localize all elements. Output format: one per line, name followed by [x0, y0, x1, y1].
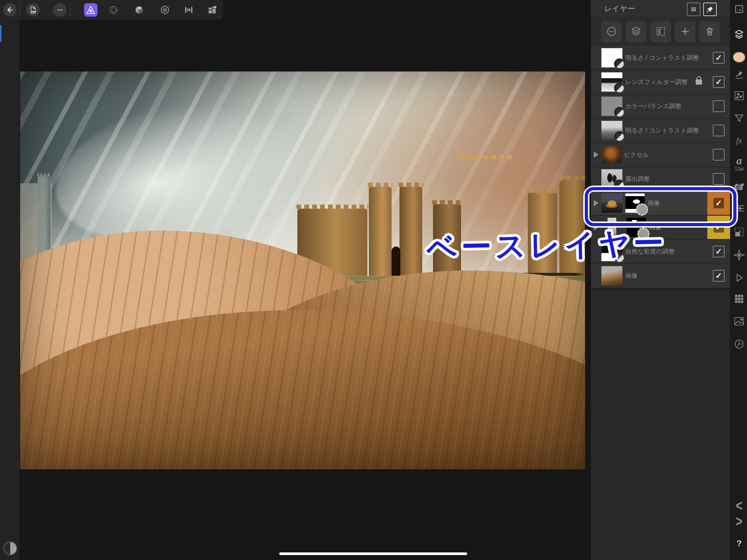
layer-thumbnail[interactable] [601, 72, 622, 92]
base-layer-annotation-text: ベースレイヤー [426, 223, 668, 269]
expand-triangle-icon[interactable] [594, 200, 598, 206]
brushes-studio-icon[interactable] [731, 68, 747, 82]
liquify-persona-button[interactable] [132, 3, 146, 17]
canvas-document[interactable] [20, 72, 585, 469]
layer-name: 画像 [625, 272, 707, 280]
left-tool-rail [0, 0, 20, 560]
visibility-checkbox: ✓ [713, 173, 724, 185]
tone-mapping-persona-button[interactable] [182, 3, 196, 17]
layer-thumbnail[interactable] [601, 194, 622, 213]
help-button[interactable]: ? [731, 536, 747, 551]
back-button[interactable] [3, 3, 17, 17]
adjustments-studio-icon[interactable] [731, 88, 747, 103]
photos-studio-icon[interactable] [731, 313, 747, 329]
selections-persona-button[interactable] [107, 3, 120, 17]
layers-panel-header: レイヤー [591, 0, 730, 17]
float-panel-icon[interactable] [731, 2, 747, 16]
layer-thumbnail[interactable] [601, 97, 622, 116]
ui-contrast-toggle[interactable] [3, 542, 17, 555]
visibility-checkbox: ✓ [713, 246, 724, 257]
layer-row-selected[interactable]: 画像 ✓ [591, 192, 730, 215]
history-studio-icon[interactable] [731, 336, 747, 352]
visibility-checkbox: ✓ [713, 76, 724, 88]
layer-thumbnail[interactable] [601, 266, 622, 285]
export-persona-button[interactable] [205, 3, 219, 17]
visibility-checkbox-zone[interactable]: ✓ [707, 264, 730, 287]
affinity-photo-app: A ベースレイヤー [0, 0, 747, 560]
layer-thumbnail[interactable] [601, 121, 622, 140]
layer-name: 明るさ / コントラスト調整 [625, 126, 707, 134]
home-indicator[interactable] [279, 553, 467, 555]
more-options-button[interactable] [53, 3, 67, 17]
toolbar-divider [70, 4, 71, 16]
mask-badge-icon [636, 203, 648, 215]
visibility-checkbox: ✓ [713, 149, 724, 160]
layer-thumbnail[interactable] [601, 48, 622, 68]
layer-name: 露出調整 [625, 175, 707, 183]
visibility-checkbox-zone[interactable]: ✓ [707, 240, 730, 263]
pin-panel-button[interactable] [703, 3, 717, 16]
layer-name: 明るさ / コントラスト調整 [625, 54, 707, 62]
photo-vignette [20, 72, 585, 469]
develop-persona-button[interactable] [158, 3, 172, 17]
layer-row[interactable]: レンズフィルター調整 ✓ [591, 70, 730, 94]
adjustment-badge-icon [614, 180, 625, 190]
layer-thumbnail[interactable] [601, 169, 622, 188]
swatches-studio-icon[interactable] [731, 291, 747, 306]
stock-studio-icon[interactable] [731, 179, 747, 195]
color-studio-icon[interactable] [731, 50, 747, 64]
layer-options-button[interactable] [687, 3, 700, 16]
visibility-checkbox-zone[interactable]: ✓ [707, 192, 730, 215]
expand-triangle-icon[interactable] [594, 151, 598, 158]
layer-name: レンズフィルター調整 [625, 78, 696, 86]
mask-thumbnail[interactable] [625, 194, 645, 213]
adjustment-badge-icon [614, 131, 625, 142]
layer-row[interactable]: 露出調整 ✓ [591, 167, 730, 190]
lock-icon[interactable] [696, 79, 702, 85]
visibility-checkbox: ✓ [713, 270, 724, 282]
layers-studio-icon[interactable] [731, 27, 747, 42]
navigator-studio-icon[interactable] [731, 248, 747, 263]
visibility-checkbox: ✓ [713, 100, 724, 112]
panel-title: レイヤー [604, 4, 635, 14]
layers-panel: レイヤー [591, 0, 730, 560]
mask-layer-button[interactable] [650, 21, 671, 42]
visibility-checkbox: ✓ [714, 222, 724, 233]
text-studio-icon[interactable]: a12pt [731, 153, 747, 173]
adjustment-badge-icon [614, 83, 625, 93]
visibility-checkbox-zone[interactable]: ✓ [707, 215, 730, 239]
active-tool-indicator [0, 25, 1, 42]
layer-name: 画像 [647, 199, 707, 207]
transform-studio-icon[interactable] [731, 224, 747, 240]
layer-row[interactable]: カラーバランス調整 ✓ [591, 95, 730, 118]
visibility-checkbox-zone[interactable]: ✓ [707, 95, 730, 118]
visibility-checkbox: ✓ [713, 125, 724, 136]
document-menu-button[interactable] [26, 3, 40, 17]
studio-strip: fx a12pt < > ? [730, 0, 747, 560]
delete-layer-button[interactable] [699, 21, 720, 42]
visibility-checkbox-zone[interactable]: ✓ [707, 119, 730, 142]
adjustment-badge-icon [614, 59, 625, 69]
visibility-checkbox: ✓ [714, 198, 724, 208]
add-layer-button[interactable] [675, 21, 695, 42]
layer-name: カラーバランス調整 [625, 102, 707, 110]
layers-toolbar [591, 17, 730, 46]
layer-row[interactable]: 明るさ / コントラスト調整 ✓ [591, 119, 730, 142]
filter-studio-icon[interactable] [731, 111, 747, 126]
photo-persona-button[interactable] [84, 3, 98, 17]
fx-studio-icon[interactable]: fx [731, 134, 747, 148]
adjustment-badge-icon [614, 107, 625, 118]
layer-row[interactable]: ピクセル ✓ [591, 143, 730, 166]
visibility-checkbox-zone[interactable]: ✓ [707, 70, 730, 94]
layer-row[interactable]: 画像 ✓ [591, 264, 730, 287]
macro-studio-icon[interactable] [731, 270, 747, 285]
layer-row[interactable]: 明るさ / コントラスト調整 ✓ [591, 46, 730, 70]
collapse-right-chevron[interactable]: > [731, 511, 747, 531]
visibility-checkbox-zone[interactable]: ✓ [707, 167, 730, 190]
layer-thumbnail[interactable] [603, 147, 621, 163]
sliders-studio-icon[interactable] [731, 201, 747, 216]
visibility-checkbox-zone[interactable]: ✓ [707, 143, 730, 166]
visibility-checkbox-zone[interactable]: ✓ [707, 46, 730, 70]
layer-options-menu-button[interactable] [601, 21, 622, 42]
merge-layers-button[interactable] [626, 21, 646, 42]
